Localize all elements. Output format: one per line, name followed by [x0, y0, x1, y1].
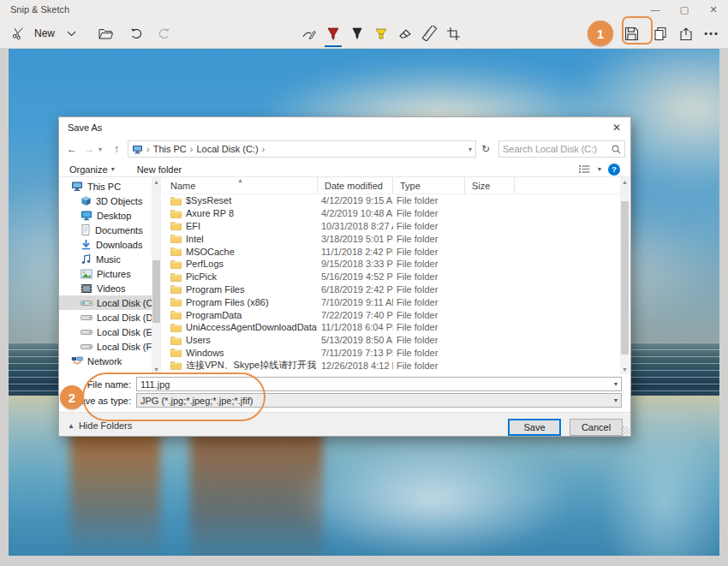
file-name: Axure RP 8 [186, 208, 234, 218]
folder-icon [170, 247, 182, 256]
highlighter-button[interactable] [370, 21, 392, 45]
dialog-title: Save As [68, 122, 102, 133]
view-options-dropdown[interactable]: ▾ [598, 165, 601, 173]
eraser-button[interactable] [394, 21, 416, 45]
chevron-down-icon[interactable]: ▾ [614, 380, 618, 388]
crumb-separator: › [262, 144, 266, 154]
file-row[interactable]: Intel 3/18/2019 5:01 PM File folder [164, 232, 620, 245]
sidebar-scrollbar[interactable]: ▲ ▼ [152, 177, 161, 374]
undo-icon [130, 27, 143, 39]
file-name: PerfLogs [186, 259, 224, 269]
folder-icon [170, 310, 182, 319]
dialog-close-button[interactable]: ✕ [608, 120, 625, 135]
file-name: $SysReset [186, 195, 231, 206]
sidebar-item[interactable]: This PC [59, 179, 152, 194]
sidebar-item-label: This PC [87, 182, 121, 192]
breadcrumb[interactable]: › This PC › Local Disk (C:) › ▾ [128, 140, 476, 158]
hide-folders-button[interactable]: ▲ Hide Folders [68, 420, 132, 431]
sidebar-item[interactable]: Downloads [59, 237, 152, 252]
file-row[interactable]: 连接VPN、Skype掉线请打开我 12/26/2018 4:12 PM Fil… [164, 359, 620, 372]
column-header-date-modified[interactable]: Date modified [318, 177, 393, 194]
back-button[interactable]: ← [64, 143, 80, 155]
ballpoint-pen-button[interactable] [322, 21, 344, 45]
scroll-up-icon[interactable]: ▲ [620, 177, 630, 187]
save-confirm-button[interactable]: Save [508, 419, 561, 436]
file-list-scrollbar[interactable]: ▲ ▼ [620, 177, 630, 374]
column-header-name[interactable]: ▲ Name [164, 177, 318, 194]
sidebar-item-label: Local Disk (D:) [97, 313, 152, 323]
file-row[interactable]: Program Files (x86) 7/10/2019 9:11 AM Fi… [164, 295, 620, 308]
file-row[interactable]: UniAccessAgentDownloadData 11/1/2018 6:0… [164, 321, 620, 334]
crumb-this-pc[interactable]: This PC [153, 144, 187, 154]
sidebar-item-label: Videos [97, 283, 125, 294]
sidebar-item[interactable]: Local Disk (F:) [59, 339, 152, 354]
file-row[interactable]: PerfLogs 9/15/2018 3:33 PM File folder [164, 258, 620, 271]
forward-button[interactable]: → [81, 143, 97, 155]
resize-grip[interactable] [621, 426, 630, 435]
scrollbar-thumb[interactable] [621, 201, 629, 354]
sidebar-item[interactable]: Videos [59, 281, 152, 295]
sidebar-item[interactable]: Documents [59, 223, 152, 237]
file-row[interactable]: Users 5/13/2019 8:50 AM File folder [164, 334, 620, 347]
sidebar-item[interactable]: Music [59, 252, 152, 266]
recent-locations-dropdown[interactable]: ▾ [98, 146, 107, 153]
pencil-button[interactable] [346, 21, 368, 45]
redo-icon [158, 27, 170, 39]
file-row[interactable]: Program Files 6/18/2019 2:42 PM File fol… [164, 283, 620, 296]
folder-icon [170, 284, 182, 294]
scroll-down-icon[interactable]: ▼ [620, 365, 630, 374]
folder-icon [170, 272, 182, 282]
new-button-label[interactable]: New [34, 27, 55, 39]
crumb-local-disk-c[interactable]: Local Disk (C:) [196, 144, 258, 154]
ruler-icon [421, 26, 437, 41]
sidebar-item[interactable]: Pictures [59, 266, 152, 281]
search-box[interactable]: Search Local Disk (C:) [498, 140, 625, 158]
dialog-body: This PC 3D Objects Desktop [59, 177, 630, 374]
redo-button[interactable] [152, 21, 175, 45]
file-row[interactable]: Axure RP 8 4/2/2019 10:48 AM File folder [164, 207, 620, 220]
sidebar-item[interactable]: Desktop [59, 208, 152, 223]
scrollbar-thumb[interactable] [152, 260, 160, 324]
open-file-button[interactable] [94, 21, 116, 45]
chevron-down-icon[interactable]: ▾ [614, 396, 618, 404]
sidebar-item[interactable]: 3D Objects [59, 194, 152, 208]
sidebar-item[interactable]: Network [59, 354, 152, 368]
cancel-button[interactable]: Cancel [570, 419, 623, 436]
share-button[interactable] [675, 21, 697, 45]
more-options-button[interactable]: ••• [701, 21, 723, 45]
scroll-up-icon[interactable]: ▲ [152, 177, 161, 187]
new-snip-button[interactable] [7, 21, 29, 45]
help-button[interactable]: ? [608, 164, 620, 176]
refresh-button[interactable]: ↻ [478, 143, 493, 155]
crop-button[interactable] [442, 21, 464, 45]
close-button[interactable]: ✕ [699, 0, 728, 19]
file-date-modified: 10/31/2018 8:27 AM [318, 221, 393, 231]
organize-menu[interactable]: Organize ▾ [69, 164, 115, 175]
undo-button[interactable] [125, 21, 147, 45]
column-header-type[interactable]: Type [393, 177, 465, 194]
file-row[interactable]: $SysReset 4/12/2019 9:15 AM File folder [164, 194, 620, 207]
file-row[interactable]: Windows 7/11/2019 7:13 PM File folder [164, 347, 620, 360]
maximize-button[interactable]: ▢ [670, 0, 699, 19]
touch-writing-button[interactable] [298, 21, 320, 45]
ruler-button[interactable] [418, 21, 440, 45]
file-rows: $SysReset 4/12/2019 9:15 AM File folder … [164, 194, 620, 374]
column-header-size[interactable]: Size [465, 177, 515, 194]
file-name: PicPick [186, 271, 217, 282]
file-row[interactable]: ProgramData 7/22/2019 7:40 PM File folde… [164, 308, 620, 321]
view-options-icon[interactable] [578, 164, 591, 174]
this-pc-icon [132, 145, 143, 154]
file-row[interactable]: PicPick 5/16/2019 4:52 PM File folder [164, 271, 620, 283]
sidebar-item[interactable]: Local Disk (D:) [59, 310, 152, 325]
highlighter-icon [373, 26, 389, 42]
address-dropdown-chevron[interactable]: ▾ [468, 146, 472, 153]
file-row[interactable]: MSOCache 11/1/2018 2:42 PM File folder [164, 245, 620, 258]
file-row[interactable]: EFI 10/31/2018 8:27 AM File folder [164, 220, 620, 233]
new-snip-dropdown[interactable] [60, 21, 82, 45]
titlebar: Snip & Sketch — ▢ ✕ [0, 0, 728, 19]
sidebar-item[interactable]: Local Disk (E:) [59, 325, 152, 339]
sidebar-item-label: Local Disk (E:) [97, 327, 152, 337]
new-folder-button[interactable]: New folder [137, 164, 182, 175]
sidebar-item[interactable]: Local Disk (C:) [59, 295, 152, 310]
up-button[interactable]: ↑ [109, 143, 124, 155]
